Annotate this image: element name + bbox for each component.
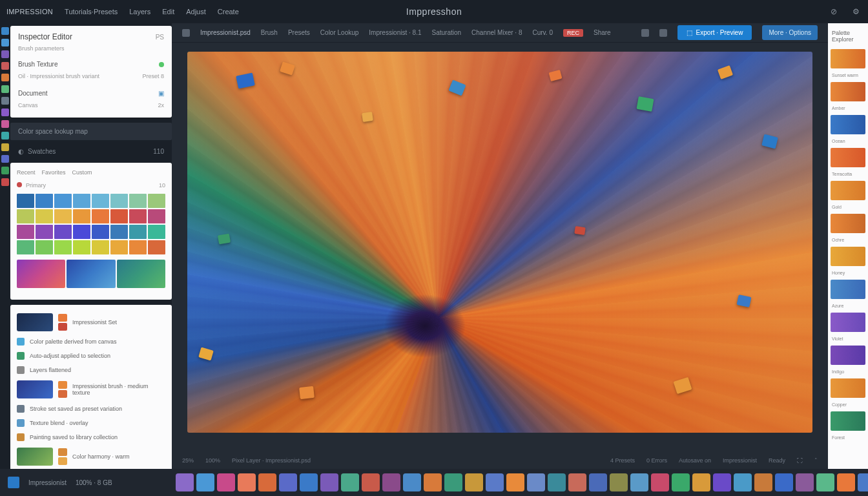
palette-thumb-2[interactable] [831,115,865,134]
taskbar-app-14[interactable] [465,473,483,491]
taskbar-app-10[interactable] [382,473,400,491]
help-icon[interactable]: ⊘ [831,7,840,16]
ts-brush[interactable]: Brush [261,29,278,36]
swatch-24[interactable] [17,240,34,254]
app-icon-14[interactable] [1,178,9,186]
preset-row-8[interactable]: Color harmony · warm [16,444,167,469]
lookup-strip[interactable]: Color space lookup map [10,123,172,140]
preset-row-7[interactable]: Painting saved to library collection [16,430,167,444]
app-icon-7[interactable] [1,97,9,105]
ts-channel[interactable]: Channel Mixer · 8 [471,29,522,36]
taskbar-app-5[interactable] [279,473,297,491]
app-icon-11[interactable] [1,143,9,151]
palette-thumb-4[interactable] [831,181,865,200]
taskbar-app-22[interactable] [630,473,648,491]
swatch-10[interactable] [54,209,72,223]
palette-thumb-5[interactable] [831,214,865,233]
taskbar-app-15[interactable] [486,473,504,491]
grid-icon[interactable] [641,29,649,37]
main-canvas[interactable] [187,52,812,433]
preset-row-3[interactable]: Layers flattened [16,363,167,377]
taskbar-app-16[interactable] [506,473,524,491]
swatch-17[interactable] [36,225,53,239]
taskbar-app-23[interactable] [651,473,669,491]
preset-row-6[interactable]: Texture blend · overlay [16,416,167,430]
ts-presets[interactable]: Presets [288,29,310,36]
more-button[interactable]: More · Options [762,25,818,40]
swatch-3[interactable] [73,194,90,208]
app-icon-13[interactable] [1,167,9,174]
zoom-level[interactable]: 25% [182,457,194,464]
preset-row-5[interactable]: Stroke set saved as preset variation [16,402,167,416]
app-icon-10[interactable] [1,132,9,140]
swatch-27[interactable] [73,240,90,254]
app-icon-5[interactable] [1,74,9,81]
taskbar-app-18[interactable] [548,473,566,491]
swatch-19[interactable] [73,225,90,239]
swatch-30[interactable] [129,240,147,254]
menu-layers[interactable]: Layers [129,8,150,16]
gradient-2[interactable] [117,260,165,288]
palette-thumb-9[interactable] [831,346,865,365]
app-icon-2[interactable] [1,39,9,46]
taskbar-app-29[interactable] [775,473,793,491]
gradient-1[interactable] [67,260,115,288]
app-icon-8[interactable] [1,108,9,116]
taskbar-app-26[interactable] [713,473,731,491]
swatch-1[interactable] [36,194,53,208]
taskbar-app-8[interactable] [341,473,359,491]
swatch-4[interactable] [92,194,109,208]
ts-curves[interactable]: Curv. 0 [532,29,553,36]
settings-icon[interactable]: ⚙ [852,7,862,16]
layers-icon[interactable]: ▣ [158,90,164,97]
taskbar-app-24[interactable] [672,473,690,491]
menu-adjust[interactable]: Adjust [186,8,206,16]
taskbar-app-13[interactable] [444,473,462,491]
palette-thumb-0[interactable] [831,49,865,68]
expand-icon[interactable]: ⛶ [797,457,803,464]
swatch-21[interactable] [110,225,128,239]
app-icon-1[interactable] [1,27,9,35]
palette-thumb-6[interactable] [831,247,865,266]
swatch-14[interactable] [129,209,147,223]
taskbar-app-0[interactable] [176,473,194,491]
taskbar-app-11[interactable] [403,473,421,491]
app-icon-9[interactable] [1,120,9,128]
taskbar-app-27[interactable] [734,473,752,491]
taskbar-app-1[interactable] [196,473,214,491]
swatch-15[interactable] [148,209,165,223]
swatch-31[interactable] [148,240,165,254]
preset-row-4[interactable]: Impressionist brush · medium texture [16,377,167,402]
swatch-26[interactable] [54,240,72,254]
app-icon-6[interactable] [1,85,9,93]
ts-impressionist[interactable]: Impressionist · 8.1 [369,29,421,36]
ts-colorlookup[interactable]: Color Lookup [320,29,358,36]
palette-thumb-3[interactable] [831,148,865,167]
swatch-9[interactable] [36,209,53,223]
gradient-0[interactable] [17,260,65,288]
taskbar-app-7[interactable] [320,473,338,491]
ts-saturation[interactable]: Saturation [431,29,461,36]
swatch-18[interactable] [54,225,72,239]
swatch-13[interactable] [110,209,128,223]
swatch-23[interactable] [148,225,165,239]
taskbar-app-6[interactable] [300,473,318,491]
taskbar-app-25[interactable] [692,473,710,491]
taskbar-app-17[interactable] [527,473,545,491]
swatch-0[interactable] [17,194,34,208]
preset-row-0[interactable]: Impressionist Set [16,310,167,335]
palette-thumb-7[interactable] [831,280,865,299]
menu-edit[interactable]: Edit [162,8,174,16]
swatch-tab-favorites[interactable]: Favorites [42,169,66,176]
taskbar-app-4[interactable] [258,473,276,491]
view-icon[interactable] [659,29,667,37]
chevron-up-icon[interactable]: ˄ [814,457,818,464]
taskbar-app-2[interactable] [217,473,235,491]
app-icon-3[interactable] [1,50,9,58]
start-button[interactable] [8,477,19,488]
taskbar-app-3[interactable] [238,473,256,491]
menu-create[interactable]: Create [218,8,239,16]
taskbar-app-20[interactable] [589,473,607,491]
palette-thumb-10[interactable] [831,378,865,398]
taskbar-app-31[interactable] [816,473,834,491]
